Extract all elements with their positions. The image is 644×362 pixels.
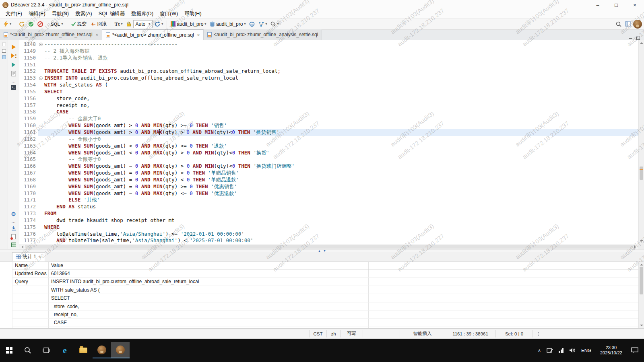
code-text[interactable]: -- 金额等于0 bbox=[43, 156, 638, 163]
value-formatting-button[interactable]: Tt ▾ bbox=[113, 20, 124, 28]
line-number[interactable]: 1159 bbox=[19, 115, 38, 122]
line-number[interactable]: 1156 bbox=[19, 95, 38, 102]
code-text[interactable]: WHEN SUM(goods_amt) = 0 AND MAX(qty) > 0… bbox=[43, 163, 638, 170]
line-number[interactable]: 1155 bbox=[19, 88, 38, 95]
perspective-button[interactable] bbox=[623, 21, 633, 27]
line-number[interactable]: 1173 bbox=[19, 210, 38, 217]
code-text[interactable]: WHEN SUM(goods_amt) = 0 AND MAX(qty) <= … bbox=[43, 190, 638, 197]
status-timezone[interactable]: CST bbox=[309, 330, 327, 337]
tab-close-icon[interactable]: × bbox=[197, 33, 200, 37]
line-number[interactable]: 1166 bbox=[19, 163, 38, 170]
fold-column[interactable] bbox=[38, 129, 43, 136]
execute-script-icon[interactable] bbox=[11, 53, 17, 59]
fold-column[interactable] bbox=[38, 156, 43, 163]
gear-icon[interactable]: ⚙ bbox=[11, 211, 16, 217]
fold-column[interactable] bbox=[38, 115, 43, 122]
stats-row[interactable]: store_code, bbox=[12, 302, 638, 311]
fold-marker-icon[interactable] bbox=[39, 76, 43, 80]
line-number[interactable]: 1161 bbox=[19, 129, 38, 136]
fold-column[interactable] bbox=[38, 177, 43, 183]
fold-column[interactable] bbox=[38, 109, 43, 115]
scroll-up-icon[interactable] bbox=[640, 41, 643, 44]
fold-column[interactable] bbox=[38, 55, 43, 62]
language-indicator[interactable]: ENG bbox=[578, 342, 594, 358]
action-center-button[interactable] bbox=[628, 342, 644, 358]
clock[interactable]: 23:30 2025/10/22 bbox=[594, 342, 628, 358]
code-text[interactable]: SELECT bbox=[43, 88, 638, 95]
edge-button[interactable]: e bbox=[56, 342, 74, 358]
new-sql-editor-button[interactable]: ▾ bbox=[2, 20, 13, 28]
column-header-value[interactable]: Value bbox=[49, 262, 369, 269]
fold-column[interactable] bbox=[38, 231, 43, 238]
code-text[interactable]: WHEN SUM(goods_amt) = 0 AND MAX(qty) < 0… bbox=[43, 177, 638, 183]
lock-button[interactable] bbox=[125, 21, 133, 27]
stats-row[interactable]: QueryINSERT INTO audit_bi_pro.custom_off… bbox=[12, 278, 638, 286]
code-text[interactable]: WHEN SUM(goods_amt) > 0 AND MAX(qty) > 0… bbox=[43, 129, 638, 136]
stats-row[interactable]: CASE bbox=[12, 319, 638, 327]
save-file-icon[interactable] bbox=[11, 234, 16, 239]
stats-name-cell[interactable]: Query bbox=[12, 278, 49, 285]
code-line[interactable]: 1163 WHEN SUM(goods_amt) < 0 AND MAX(qty… bbox=[19, 143, 638, 150]
stats-row[interactable]: Updated Rows6013964 bbox=[12, 269, 638, 278]
fold-column[interactable] bbox=[38, 136, 43, 143]
scroll-down-icon[interactable] bbox=[640, 325, 643, 328]
stats-value-cell[interactable]: WITH sale_status AS ( bbox=[49, 286, 369, 294]
result-grid-icon[interactable] bbox=[11, 243, 16, 247]
code-text[interactable]: AND toDateTime(sale_time,'Asia/Shanghai'… bbox=[43, 237, 638, 244]
code-line[interactable]: 1154WITH sale_status AS ( bbox=[19, 82, 638, 88]
fold-column[interactable] bbox=[38, 62, 43, 68]
tab-close-icon[interactable]: × bbox=[96, 32, 98, 37]
pen-settings-button[interactable] bbox=[544, 342, 556, 358]
line-number[interactable]: 1151 bbox=[19, 62, 38, 68]
tab-statistics[interactable]: 统计 1 × bbox=[12, 252, 45, 261]
menu-item[interactable]: 窗口(W) bbox=[157, 10, 181, 17]
tab-close-icon[interactable]: × bbox=[39, 255, 41, 259]
minimize-button[interactable]: – bbox=[588, 0, 607, 10]
stats-value-cell[interactable]: store_code, bbox=[49, 302, 369, 310]
code-line[interactable]: 1170 WHEN SUM(goods_amt) = 0 AND MAX(qty… bbox=[19, 190, 638, 197]
line-number[interactable]: 1150 bbox=[19, 55, 38, 62]
code-line[interactable]: 1176 toDateTime(sale_time,'Asia/Shanghai… bbox=[19, 231, 638, 238]
scroll-left-icon[interactable] bbox=[20, 245, 23, 249]
status-language[interactable]: zh bbox=[327, 330, 341, 337]
code-line[interactable]: 1165 -- 金额等于0 bbox=[19, 156, 638, 163]
code-text[interactable]: WHEN SUM(goods_amt) < 0 AND MAX(qty) > 0… bbox=[43, 150, 638, 156]
code-text[interactable]: ----------------------------------------… bbox=[43, 41, 638, 48]
code-text[interactable]: CASE bbox=[43, 109, 638, 115]
explain-plan-icon[interactable] bbox=[11, 71, 16, 76]
fold-column[interactable] bbox=[38, 143, 43, 150]
line-number[interactable]: 1154 bbox=[19, 82, 38, 88]
code-text[interactable]: ----------------------------------------… bbox=[43, 62, 638, 68]
code-line[interactable]: 1166 WHEN SUM(goods_amt) = 0 AND MAX(qty… bbox=[19, 163, 638, 170]
code-text[interactable]: -- 2 插入海外数据 bbox=[43, 48, 638, 55]
code-text[interactable]: ELSE '其他' bbox=[43, 197, 638, 204]
line-number[interactable]: 1169 bbox=[19, 183, 38, 190]
code-text[interactable]: INSERT INTO audit_bi_pro.custom_offline_… bbox=[43, 75, 638, 82]
taskbar-search-button[interactable] bbox=[19, 342, 37, 358]
fold-column[interactable] bbox=[38, 163, 43, 170]
code-text[interactable]: -- 金额大于0 bbox=[43, 115, 638, 122]
code-line[interactable]: 1148------------------------------------… bbox=[19, 41, 638, 48]
global-search-button[interactable] bbox=[614, 21, 623, 28]
stats-value-cell[interactable]: -- 金额大于0 bbox=[49, 327, 369, 328]
code-text[interactable]: WHERE bbox=[43, 224, 638, 231]
line-number[interactable]: 1149 bbox=[19, 48, 38, 55]
restore-projects-icon[interactable] bbox=[2, 49, 6, 53]
code-line[interactable]: 1150-- 2.1导入海外销售、退款 bbox=[19, 55, 638, 62]
status-selection[interactable]: Sel: 0 | 0 bbox=[496, 330, 533, 337]
stats-name-cell[interactable] bbox=[12, 327, 49, 328]
code-text[interactable]: -- 2.1导入海外销售、退款 bbox=[43, 55, 638, 62]
code-editor[interactable]: 1148------------------------------------… bbox=[19, 40, 644, 249]
code-line[interactable]: 1149-- 2 插入海外数据 bbox=[19, 48, 638, 55]
fold-column[interactable] bbox=[38, 210, 43, 217]
connection-selector[interactable]: audit_bi_pro ▾ bbox=[169, 21, 208, 28]
code-line[interactable]: 1175WHERE bbox=[19, 224, 638, 231]
fold-column[interactable] bbox=[38, 204, 43, 210]
fold-column[interactable] bbox=[38, 82, 43, 88]
line-number[interactable]: 1152 bbox=[19, 68, 38, 75]
menu-item[interactable]: 文件(F) bbox=[2, 10, 25, 17]
more-settings-icon[interactable]: … bbox=[11, 220, 16, 222]
stats-row[interactable]: receipt_no, bbox=[12, 311, 638, 319]
schema-browser-button[interactable]: ▾ bbox=[257, 21, 268, 28]
status-caret-position[interactable]: 1161 : 39 : 38961 bbox=[445, 330, 496, 337]
